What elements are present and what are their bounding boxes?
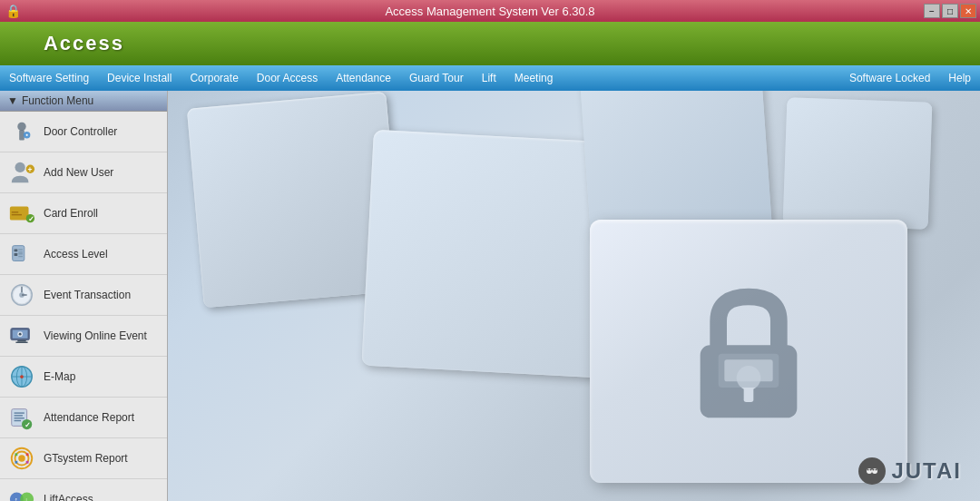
function-menu-arrow: ▼ [7,94,18,107]
svg-point-3 [15,162,25,172]
wechat-icon [858,457,886,485]
menu-software-locked[interactable]: Software Locked [840,65,939,91]
access-level-icon [7,240,36,269]
svg-rect-44 [15,453,18,456]
add-new-user-label: Add New User [44,166,113,179]
svg-rect-6 [10,207,29,221]
sidebar-item-add-new-user[interactable]: + Add New User [0,152,167,193]
door-controller-label: Door Controller [44,125,117,138]
menu-corporate[interactable]: Corporate [181,65,247,91]
svg-rect-7 [12,211,19,212]
lock-key [590,220,907,483]
add-user-icon: + [7,158,36,187]
svg-rect-37 [15,418,24,418]
access-level-label: Access Level [44,248,108,260]
event-transaction-label: Event Transaction [44,289,131,301]
svg-rect-35 [15,412,24,413]
sidebar-header-label: Function Menu [22,94,93,107]
svg-rect-25 [17,340,25,342]
lift-access-icon: ↑ ↓ [7,485,36,501]
window-title: Access Management System Ver 6.30.8 [385,5,594,18]
e-map-label: E-Map [44,370,75,383]
svg-rect-54 [744,385,754,402]
lock-icon [685,279,812,424]
background-keyboard: JUTAI [168,91,980,501]
sidebar-item-access-level[interactable]: Access Level [0,234,167,275]
window-controls: − □ ✕ [924,4,976,18]
main-layout: ▼ Function Menu Door Controller [0,91,980,501]
sidebar-item-card-enroll[interactable]: ✓ Card Enroll [0,193,167,234]
svg-rect-45 [26,453,29,456]
restore-button[interactable]: □ [942,4,958,18]
svg-rect-12 [15,249,18,251]
menu-lift[interactable]: Lift [473,65,505,91]
svg-point-60 [870,469,872,471]
app-brand: Access [0,32,168,55]
svg-point-59 [867,469,869,471]
svg-rect-14 [18,249,23,250]
svg-rect-47 [26,461,29,464]
svg-rect-36 [15,415,23,416]
svg-rect-46 [15,461,18,464]
content-area: JUTAI [168,91,980,501]
svg-text:✓: ✓ [28,214,34,223]
attendance-report-icon: ✓ [7,403,36,432]
svg-point-0 [17,123,25,131]
svg-text:✓: ✓ [24,420,31,429]
viewing-online-icon [7,321,36,350]
viewing-online-event-label: Viewing Online Event [44,329,147,342]
svg-rect-38 [15,420,22,421]
menu-device-install[interactable]: Device Install [98,65,181,91]
card-enroll-label: Card Enroll [44,207,98,220]
app-header: Access [0,22,980,65]
svg-point-33 [20,375,24,378]
svg-rect-13 [15,253,18,256]
jutai-brand-name: JUTAI [891,458,962,484]
card-enroll-icon: ✓ [7,199,36,228]
svg-point-28 [19,333,22,336]
svg-point-61 [873,469,875,471]
menu-help[interactable]: Help [939,65,980,91]
svg-text:↑: ↑ [15,496,19,501]
svg-rect-8 [12,214,22,215]
sidebar-item-viewing-online-event[interactable]: Viewing Online Event [0,316,167,357]
sidebar-item-gtsystem-report[interactable]: GTsystem Report [0,438,167,479]
title-bar: 🔒 Access Management System Ver 6.30.8 − … [0,0,980,22]
attendance-report-label: Attendance Report [44,411,134,424]
keyboard-key-4 [783,97,933,229]
menu-software-setting[interactable]: Software Setting [0,65,98,91]
close-button[interactable]: ✕ [960,4,976,18]
gtsystem-report-icon [7,444,36,473]
svg-rect-15 [18,251,23,252]
svg-rect-16 [18,253,23,254]
menu-guard-tour[interactable]: Guard Tour [400,65,473,91]
sidebar-item-lift-access[interactable]: ↑ ↓ LiftAccess [0,479,167,501]
sidebar-item-event-transaction[interactable]: Event Transaction [0,275,167,316]
svg-point-62 [876,469,877,471]
sidebar-item-e-map[interactable]: E-Map [0,357,167,398]
svg-rect-56 [724,359,772,381]
menu-bar: Software Setting Device Install Corporat… [0,65,980,91]
title-bar-icon: 🔒 [5,4,21,18]
jutai-branding: JUTAI [858,457,962,485]
minimize-button[interactable]: − [924,4,940,18]
svg-point-43 [18,455,25,462]
sidebar-header: ▼ Function Menu [0,91,167,112]
sidebar: ▼ Function Menu Door Controller [0,91,168,501]
svg-rect-26 [15,342,27,343]
gtsystem-report-label: GTsystem Report [44,452,128,465]
door-controller-icon [7,117,36,146]
sidebar-item-door-controller[interactable]: Door Controller [0,112,167,152]
svg-rect-17 [18,256,23,257]
svg-text:+: + [28,165,33,174]
svg-text:↓: ↓ [24,496,29,501]
menu-meeting[interactable]: Meeting [505,65,563,91]
sidebar-item-attendance-report[interactable]: ✓ Attendance Report [0,398,167,438]
lift-access-label: LiftAccess [44,493,93,501]
menu-door-access[interactable]: Door Access [248,65,327,91]
menu-attendance[interactable]: Attendance [327,65,400,91]
emap-icon [7,362,36,391]
event-transaction-icon [7,280,36,309]
